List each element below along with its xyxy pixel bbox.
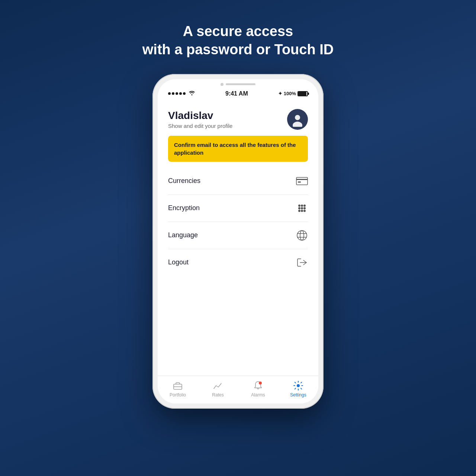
svg-rect-4 — [296, 179, 308, 180]
battery-percent: 100% — [284, 91, 296, 96]
menu-item-encryption[interactable]: Encryption — [168, 195, 308, 222]
phone-shell: 9:41 AM ✦ 100% Vladislav Show and edit y… — [152, 74, 324, 409]
profile-subtitle: Show and edit your profile — [168, 123, 232, 129]
svg-point-16 — [300, 231, 304, 240]
wifi-icon — [189, 90, 195, 97]
currencies-icon — [296, 175, 308, 187]
signal-indicator — [168, 92, 186, 95]
currencies-label: Currencies — [168, 177, 200, 185]
settings-tab-label: Settings — [290, 392, 306, 398]
portfolio-icon — [173, 380, 183, 391]
headline: A secure access with a password or Touch… — [142, 22, 334, 59]
svg-point-13 — [301, 210, 303, 212]
svg-point-23 — [297, 384, 300, 387]
svg-point-22 — [259, 382, 262, 385]
status-time: 9:41 AM — [225, 90, 248, 97]
tab-settings[interactable]: Settings — [285, 380, 311, 398]
phone-top-bar — [158, 79, 318, 88]
svg-point-1 — [295, 115, 300, 120]
tab-alarms[interactable]: Alarms — [245, 380, 271, 398]
tab-rates[interactable]: Rates — [205, 380, 231, 398]
svg-point-15 — [297, 231, 307, 240]
alarms-tab-label: Alarms — [251, 392, 265, 398]
encryption-icon — [296, 202, 308, 214]
svg-rect-3 — [296, 177, 308, 185]
svg-point-10 — [301, 207, 303, 209]
menu-item-currencies[interactable]: Currencies — [168, 168, 308, 195]
encryption-label: Encryption — [168, 204, 200, 212]
menu-list: Currencies Encryption — [158, 168, 318, 276]
rates-icon — [213, 380, 223, 391]
email-confirmation-banner[interactable]: Confirm email to access all the features… — [168, 136, 308, 162]
camera-dot — [221, 83, 223, 86]
svg-point-12 — [298, 210, 300, 212]
language-icon — [296, 229, 308, 241]
menu-item-logout[interactable]: Logout — [168, 249, 308, 276]
language-label: Language — [168, 231, 198, 239]
email-banner-text: Confirm email to access all the features… — [174, 141, 302, 157]
svg-point-6 — [298, 205, 300, 207]
status-bar: 9:41 AM ✦ 100% — [158, 88, 318, 100]
settings-icon — [293, 380, 303, 391]
battery-icon — [298, 91, 308, 96]
menu-item-language[interactable]: Language — [168, 222, 308, 249]
bluetooth-icon: ✦ — [278, 91, 282, 96]
logout-label: Logout — [168, 258, 189, 266]
svg-point-7 — [301, 205, 303, 207]
avatar[interactable] — [287, 109, 308, 130]
tab-bar: Portfolio Rates — [158, 376, 318, 403]
portfolio-tab-label: Portfolio — [170, 392, 186, 398]
logout-icon — [296, 257, 308, 268]
svg-rect-5 — [298, 181, 301, 183]
tab-portfolio[interactable]: Portfolio — [165, 380, 191, 398]
alarms-icon — [253, 380, 263, 391]
profile-header[interactable]: Vladislav Show and edit your profile — [158, 100, 318, 136]
speaker-bar — [226, 83, 255, 85]
svg-point-8 — [303, 205, 306, 207]
rates-tab-label: Rates — [212, 392, 223, 398]
svg-point-9 — [298, 207, 300, 209]
profile-name: Vladislav — [168, 110, 232, 122]
svg-point-14 — [303, 210, 306, 212]
svg-point-11 — [303, 207, 306, 209]
